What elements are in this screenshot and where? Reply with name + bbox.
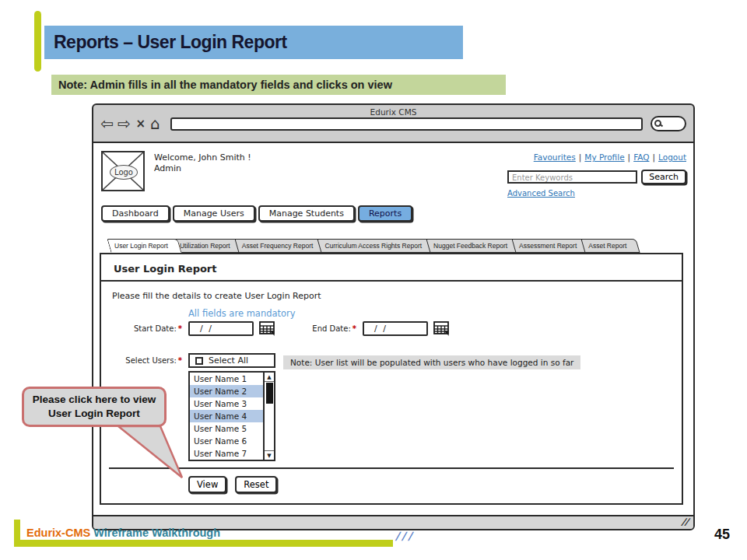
list-item[interactable]: User Name 5 xyxy=(190,422,263,435)
forward-icon[interactable]: ⇨ xyxy=(117,116,131,131)
scrollbar-thumb[interactable] xyxy=(266,383,273,404)
user-list-note: Note: User list will be populated with u… xyxy=(283,355,580,369)
page-number: 45 xyxy=(714,527,730,543)
address-bar[interactable] xyxy=(170,117,643,131)
subtab-utilization-report[interactable]: Utilization Report xyxy=(174,239,242,253)
resize-grip-icon[interactable]: // xyxy=(681,516,689,527)
select-all-label: Select All xyxy=(209,355,248,366)
subtab-user-login-report[interactable]: User Login Report xyxy=(109,239,180,253)
browser-search-button[interactable] xyxy=(651,116,686,131)
footer-title: Edurix-CMS Wireframe Walkthrough xyxy=(26,527,220,539)
callout-bubble: Please click here to view User Login Rep… xyxy=(22,387,167,427)
subtab-nugget-feedback-report[interactable]: Nugget Feedback Report xyxy=(428,239,519,253)
select-all-option[interactable]: Select All xyxy=(188,353,275,368)
list-item-selected[interactable]: User Name 4 xyxy=(190,410,263,422)
subtab-asset-frequency-report[interactable]: Asset Frequency Report xyxy=(237,239,325,253)
slide-title: Reports – User Login Report xyxy=(44,26,463,59)
report-sub-tabs: User Login Report Utilization Report Ass… xyxy=(109,239,633,253)
link-favourites[interactable]: Favourites xyxy=(534,152,576,162)
instruction-text: Please fill the details to create User L… xyxy=(112,291,321,301)
start-date-label: Start Date:* xyxy=(101,324,182,333)
search-button[interactable]: Search xyxy=(641,170,686,184)
link-separator: | xyxy=(653,152,656,162)
scrollbar[interactable]: ▲ ▼ xyxy=(263,373,274,460)
required-marker: * xyxy=(352,324,356,333)
link-separator: | xyxy=(579,152,582,162)
date-fields-row: Start Date:* / / End Date:* / / xyxy=(101,321,682,336)
note-label: Note: xyxy=(58,79,87,91)
footer-subtitle: Wireframe Walkthrough xyxy=(90,527,220,539)
reset-button[interactable]: Reset xyxy=(235,476,277,493)
scroll-up-icon[interactable]: ▲ xyxy=(265,373,274,382)
required-marker: * xyxy=(178,324,182,333)
subtab-curriculum-access-rights-report[interactable]: Curriculum Access Rights Report xyxy=(319,239,433,253)
advanced-search-link[interactable]: Advanced Search xyxy=(507,189,575,198)
footer-accent-hbar xyxy=(14,540,393,547)
subtab-assessment-report[interactable]: Assessment Report xyxy=(514,239,588,253)
slide-title-bar: Reports – User Login Report xyxy=(44,26,463,59)
welcome-block: Welcome, John Smith ! Admin xyxy=(154,152,251,174)
window-title: Edurix CMS xyxy=(93,105,693,117)
user-listbox: User Name 1 User Name 2 User Name 3 User… xyxy=(188,371,275,461)
browser-chrome: Edurix CMS ⇦ ⇨ × ⌂ xyxy=(93,105,693,142)
logo-label: Logo xyxy=(110,165,138,180)
callout-pointer xyxy=(101,423,195,482)
list-item[interactable]: User Name 3 xyxy=(190,397,263,410)
checkbox-icon[interactable] xyxy=(195,357,203,365)
main-nav-tabs: Dashboard Manage Users Manage Students R… xyxy=(101,205,412,222)
link-separator: | xyxy=(628,152,631,162)
header-links: Favourites|My Profile|FAQ|Logout xyxy=(507,152,686,162)
list-item-selected[interactable]: User Name 2 xyxy=(190,385,263,397)
welcome-text: Welcome, John Smith ! xyxy=(154,152,251,163)
required-marker: * xyxy=(178,356,182,365)
back-icon[interactable]: ⇦ xyxy=(100,116,114,131)
list-item[interactable]: User Name 7 xyxy=(190,447,263,460)
tab-manage-users[interactable]: Manage Users xyxy=(173,205,255,222)
list-item[interactable]: User Name 6 xyxy=(190,435,263,447)
footer-brand: Edurix-CMS xyxy=(26,527,90,539)
footer-slashes: /// xyxy=(395,530,414,542)
keyword-search-input[interactable]: Enter Keywords xyxy=(507,170,637,184)
tab-manage-students[interactable]: Manage Students xyxy=(258,205,355,222)
end-date-label: End Date:* xyxy=(289,324,356,333)
user-role: Admin xyxy=(154,163,251,174)
link-logout[interactable]: Logout xyxy=(658,152,686,162)
mandatory-note: All fields are mandatory xyxy=(188,308,296,319)
search-icon xyxy=(654,120,661,127)
scroll-down-icon[interactable]: ▼ xyxy=(265,450,274,460)
start-date-input[interactable]: / / xyxy=(188,321,254,336)
home-icon[interactable]: ⌂ xyxy=(150,116,160,131)
note-bar: Note: Admin fills in all the mandatory f… xyxy=(51,75,506,95)
callout-line1: Please click here to view xyxy=(33,393,156,407)
stop-icon[interactable]: × xyxy=(136,117,146,131)
list-item[interactable]: User Name 1 xyxy=(190,373,263,385)
callout-line2: User Login Report xyxy=(48,407,140,421)
panel-heading: User Login Report xyxy=(114,263,217,275)
title-accent-bar xyxy=(34,11,41,72)
logo-placeholder: Logo xyxy=(101,151,145,191)
link-my-profile[interactable]: My Profile xyxy=(584,152,624,162)
end-date-input[interactable]: / / xyxy=(363,321,428,336)
link-faq[interactable]: FAQ xyxy=(633,152,649,162)
tab-dashboard[interactable]: Dashboard xyxy=(101,205,170,222)
calendar-icon[interactable] xyxy=(259,321,275,336)
tab-reports[interactable]: Reports xyxy=(358,205,412,222)
calendar-icon[interactable] xyxy=(433,321,450,336)
heading-divider xyxy=(101,280,682,282)
select-users-label: Select Users:* xyxy=(101,353,182,365)
subtab-asset-report[interactable]: Asset Report xyxy=(583,239,638,253)
note-text: Admin fills in all the mandatory fields … xyxy=(87,79,392,91)
